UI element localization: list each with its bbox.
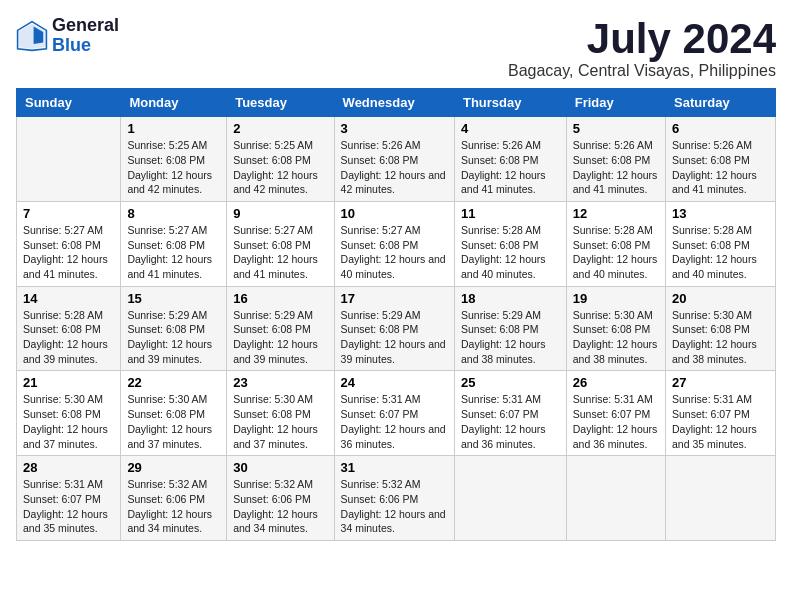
title-area: July 2024 Bagacay, Central Visayas, Phil… — [508, 16, 776, 80]
calendar-cell: 23Sunrise: 5:30 AMSunset: 6:08 PMDayligh… — [227, 371, 334, 456]
calendar-table: SundayMondayTuesdayWednesdayThursdayFrid… — [16, 88, 776, 541]
week-row-1: 1Sunrise: 5:25 AMSunset: 6:08 PMDaylight… — [17, 117, 776, 202]
logo-blue: Blue — [52, 36, 119, 56]
cell-info: Sunrise: 5:26 AMSunset: 6:08 PMDaylight:… — [341, 139, 446, 195]
header-row: SundayMondayTuesdayWednesdayThursdayFrid… — [17, 89, 776, 117]
day-number: 4 — [461, 121, 560, 136]
day-number: 30 — [233, 460, 327, 475]
calendar-cell: 30Sunrise: 5:32 AMSunset: 6:06 PMDayligh… — [227, 456, 334, 541]
cell-info: Sunrise: 5:32 AMSunset: 6:06 PMDaylight:… — [127, 478, 212, 534]
main-title: July 2024 — [508, 16, 776, 62]
calendar-cell: 29Sunrise: 5:32 AMSunset: 6:06 PMDayligh… — [121, 456, 227, 541]
calendar-cell: 19Sunrise: 5:30 AMSunset: 6:08 PMDayligh… — [566, 286, 665, 371]
calendar-cell — [566, 456, 665, 541]
day-number: 21 — [23, 375, 114, 390]
calendar-cell: 27Sunrise: 5:31 AMSunset: 6:07 PMDayligh… — [666, 371, 776, 456]
calendar-cell: 17Sunrise: 5:29 AMSunset: 6:08 PMDayligh… — [334, 286, 454, 371]
calendar-cell: 31Sunrise: 5:32 AMSunset: 6:06 PMDayligh… — [334, 456, 454, 541]
day-number: 14 — [23, 291, 114, 306]
cell-info: Sunrise: 5:31 AMSunset: 6:07 PMDaylight:… — [573, 393, 658, 449]
day-number: 15 — [127, 291, 220, 306]
day-number: 26 — [573, 375, 659, 390]
cell-info: Sunrise: 5:30 AMSunset: 6:08 PMDaylight:… — [233, 393, 318, 449]
week-row-4: 21Sunrise: 5:30 AMSunset: 6:08 PMDayligh… — [17, 371, 776, 456]
day-number: 8 — [127, 206, 220, 221]
calendar-cell — [17, 117, 121, 202]
cell-info: Sunrise: 5:31 AMSunset: 6:07 PMDaylight:… — [461, 393, 546, 449]
cell-info: Sunrise: 5:28 AMSunset: 6:08 PMDaylight:… — [573, 224, 658, 280]
logo-icon — [16, 20, 48, 52]
calendar-cell: 15Sunrise: 5:29 AMSunset: 6:08 PMDayligh… — [121, 286, 227, 371]
calendar-cell: 18Sunrise: 5:29 AMSunset: 6:08 PMDayligh… — [454, 286, 566, 371]
cell-info: Sunrise: 5:26 AMSunset: 6:08 PMDaylight:… — [461, 139, 546, 195]
calendar-cell: 16Sunrise: 5:29 AMSunset: 6:08 PMDayligh… — [227, 286, 334, 371]
day-header-wednesday: Wednesday — [334, 89, 454, 117]
calendar-cell: 3Sunrise: 5:26 AMSunset: 6:08 PMDaylight… — [334, 117, 454, 202]
calendar-cell: 14Sunrise: 5:28 AMSunset: 6:08 PMDayligh… — [17, 286, 121, 371]
day-header-saturday: Saturday — [666, 89, 776, 117]
cell-info: Sunrise: 5:28 AMSunset: 6:08 PMDaylight:… — [461, 224, 546, 280]
cell-info: Sunrise: 5:25 AMSunset: 6:08 PMDaylight:… — [233, 139, 318, 195]
day-number: 20 — [672, 291, 769, 306]
day-number: 16 — [233, 291, 327, 306]
calendar-cell: 24Sunrise: 5:31 AMSunset: 6:07 PMDayligh… — [334, 371, 454, 456]
day-number: 1 — [127, 121, 220, 136]
logo-general: General — [52, 16, 119, 36]
week-row-5: 28Sunrise: 5:31 AMSunset: 6:07 PMDayligh… — [17, 456, 776, 541]
calendar-cell: 5Sunrise: 5:26 AMSunset: 6:08 PMDaylight… — [566, 117, 665, 202]
cell-info: Sunrise: 5:30 AMSunset: 6:08 PMDaylight:… — [672, 309, 757, 365]
cell-info: Sunrise: 5:31 AMSunset: 6:07 PMDaylight:… — [672, 393, 757, 449]
day-number: 22 — [127, 375, 220, 390]
logo: General Blue — [16, 16, 119, 56]
cell-info: Sunrise: 5:26 AMSunset: 6:08 PMDaylight:… — [573, 139, 658, 195]
cell-info: Sunrise: 5:26 AMSunset: 6:08 PMDaylight:… — [672, 139, 757, 195]
calendar-cell: 8Sunrise: 5:27 AMSunset: 6:08 PMDaylight… — [121, 201, 227, 286]
day-header-monday: Monday — [121, 89, 227, 117]
day-number: 24 — [341, 375, 448, 390]
calendar-cell: 21Sunrise: 5:30 AMSunset: 6:08 PMDayligh… — [17, 371, 121, 456]
cell-info: Sunrise: 5:28 AMSunset: 6:08 PMDaylight:… — [672, 224, 757, 280]
day-number: 17 — [341, 291, 448, 306]
cell-info: Sunrise: 5:31 AMSunset: 6:07 PMDaylight:… — [23, 478, 108, 534]
header: General Blue July 2024 Bagacay, Central … — [16, 16, 776, 80]
calendar-cell: 4Sunrise: 5:26 AMSunset: 6:08 PMDaylight… — [454, 117, 566, 202]
day-number: 23 — [233, 375, 327, 390]
day-number: 10 — [341, 206, 448, 221]
day-number: 12 — [573, 206, 659, 221]
calendar-cell: 6Sunrise: 5:26 AMSunset: 6:08 PMDaylight… — [666, 117, 776, 202]
week-row-2: 7Sunrise: 5:27 AMSunset: 6:08 PMDaylight… — [17, 201, 776, 286]
day-number: 6 — [672, 121, 769, 136]
calendar-cell: 26Sunrise: 5:31 AMSunset: 6:07 PMDayligh… — [566, 371, 665, 456]
calendar-cell: 13Sunrise: 5:28 AMSunset: 6:08 PMDayligh… — [666, 201, 776, 286]
cell-info: Sunrise: 5:32 AMSunset: 6:06 PMDaylight:… — [341, 478, 446, 534]
day-number: 7 — [23, 206, 114, 221]
cell-info: Sunrise: 5:30 AMSunset: 6:08 PMDaylight:… — [127, 393, 212, 449]
calendar-cell: 10Sunrise: 5:27 AMSunset: 6:08 PMDayligh… — [334, 201, 454, 286]
subtitle: Bagacay, Central Visayas, Philippines — [508, 62, 776, 80]
calendar-cell: 11Sunrise: 5:28 AMSunset: 6:08 PMDayligh… — [454, 201, 566, 286]
day-number: 5 — [573, 121, 659, 136]
calendar-cell: 12Sunrise: 5:28 AMSunset: 6:08 PMDayligh… — [566, 201, 665, 286]
day-number: 27 — [672, 375, 769, 390]
logo-text: General Blue — [52, 16, 119, 56]
cell-info: Sunrise: 5:28 AMSunset: 6:08 PMDaylight:… — [23, 309, 108, 365]
day-number: 19 — [573, 291, 659, 306]
calendar-cell: 25Sunrise: 5:31 AMSunset: 6:07 PMDayligh… — [454, 371, 566, 456]
day-number: 29 — [127, 460, 220, 475]
day-header-thursday: Thursday — [454, 89, 566, 117]
calendar-cell: 1Sunrise: 5:25 AMSunset: 6:08 PMDaylight… — [121, 117, 227, 202]
day-number: 9 — [233, 206, 327, 221]
cell-info: Sunrise: 5:27 AMSunset: 6:08 PMDaylight:… — [23, 224, 108, 280]
cell-info: Sunrise: 5:30 AMSunset: 6:08 PMDaylight:… — [573, 309, 658, 365]
cell-info: Sunrise: 5:27 AMSunset: 6:08 PMDaylight:… — [127, 224, 212, 280]
calendar-cell: 28Sunrise: 5:31 AMSunset: 6:07 PMDayligh… — [17, 456, 121, 541]
day-number: 3 — [341, 121, 448, 136]
calendar-cell: 20Sunrise: 5:30 AMSunset: 6:08 PMDayligh… — [666, 286, 776, 371]
cell-info: Sunrise: 5:31 AMSunset: 6:07 PMDaylight:… — [341, 393, 446, 449]
cell-info: Sunrise: 5:27 AMSunset: 6:08 PMDaylight:… — [233, 224, 318, 280]
day-number: 28 — [23, 460, 114, 475]
week-row-3: 14Sunrise: 5:28 AMSunset: 6:08 PMDayligh… — [17, 286, 776, 371]
cell-info: Sunrise: 5:25 AMSunset: 6:08 PMDaylight:… — [127, 139, 212, 195]
day-number: 18 — [461, 291, 560, 306]
cell-info: Sunrise: 5:29 AMSunset: 6:08 PMDaylight:… — [127, 309, 212, 365]
